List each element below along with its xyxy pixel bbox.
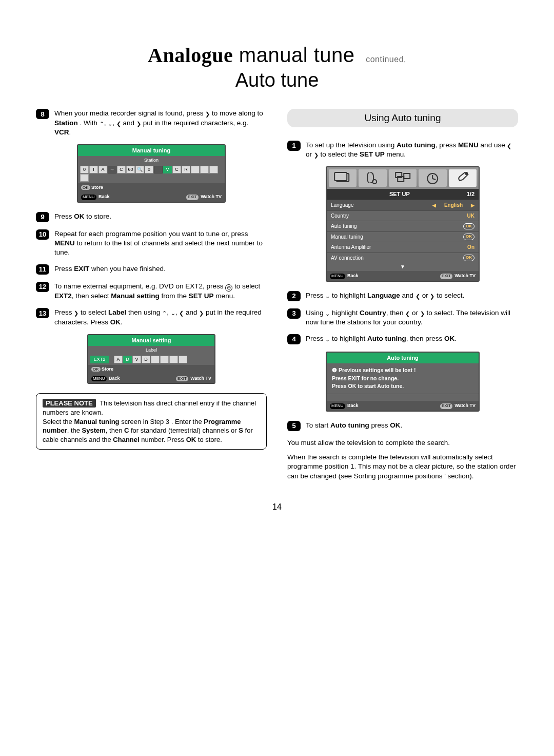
- osd-title: Manual tuning: [78, 145, 225, 156]
- setup-value: UK: [467, 212, 474, 220]
- osd-cell: V: [163, 166, 172, 173]
- osd-ext-cell: EXT2: [90, 356, 109, 363]
- left-arrow-icon: ❮: [116, 121, 121, 127]
- setup-row: Antenna AmplifierOn: [327, 242, 479, 253]
- title-line2: Auto tune: [36, 67, 518, 93]
- step-number: 5: [287, 421, 301, 431]
- osd-cell: 0: [145, 166, 153, 173]
- setup-row: Manual tuningOK: [327, 231, 479, 242]
- setup-label: Country: [331, 212, 349, 220]
- step-8: 8 When your media recorder signal is fou…: [36, 109, 267, 137]
- setup-icon: [449, 169, 477, 187]
- setup-value: ◀ English ▶: [432, 202, 474, 209]
- note-badge: PLEASE NOTE: [43, 399, 96, 408]
- step-10: 10 Repeat for each programme position yo…: [36, 229, 267, 258]
- setup-label: Manual tuning: [331, 234, 363, 241]
- down-arrow-icon: ⌄: [325, 294, 330, 299]
- step-12: 12 To name external equipment, e.g. DVD …: [36, 282, 267, 301]
- step-number: 10: [36, 229, 49, 240]
- title-rest: manual tune: [233, 44, 354, 66]
- step-r4: 4 Press ⌄ to highlight Auto tuning, then…: [287, 334, 518, 344]
- setup-row: AV connectionOK: [327, 253, 479, 263]
- paragraph: You must allow the television to complet…: [287, 438, 518, 448]
- osd-iconbar: [327, 167, 479, 189]
- osd-cell: [200, 166, 209, 173]
- step-11: 11 Press EXIT when you have finished.: [36, 264, 267, 275]
- osd-cell: C: [172, 166, 181, 173]
- osd-setup: . SET UP 1/2 Language◀ English ▶CountryU…: [326, 166, 480, 281]
- svg-rect-1: [334, 172, 347, 181]
- page-number: 14: [36, 501, 518, 513]
- setup-value: OK: [463, 234, 474, 240]
- osd-cell: 0: [80, 166, 89, 173]
- right-column: Using Auto tuning 1 To set up the televi…: [287, 109, 518, 486]
- setup-label: Auto tuning: [331, 223, 357, 230]
- left-arrow-icon: ❮: [507, 143, 511, 149]
- step-9: 9 Press OK to store.: [36, 212, 267, 222]
- step-number: 1: [287, 141, 301, 151]
- osd-cell: C: [117, 166, 126, 173]
- sound-icon: [359, 169, 386, 187]
- timer-icon: [419, 169, 446, 187]
- svg-rect-5: [404, 173, 410, 179]
- step-number: 9: [36, 212, 49, 222]
- step-r3: 3 Using ⌄ highlight Country, then ❮ or ❯…: [287, 308, 518, 327]
- osd-cell: [191, 166, 200, 173]
- picture-icon: [329, 169, 357, 187]
- osd-footer: MENU Back EXIT Watch TV: [78, 192, 225, 202]
- osd-cell: 60: [126, 166, 135, 173]
- right-arrow-icon: ❯: [136, 121, 141, 127]
- setup-header: . SET UP 1/2: [327, 189, 479, 200]
- please-note-box: PLEASE NOTE This television has direct c…: [36, 393, 267, 450]
- osd-cell: I: [89, 166, 98, 173]
- down-arrow-icon: ⌄: [108, 121, 112, 127]
- setup-label: Language: [331, 202, 354, 209]
- setup-row: Language◀ English ▶: [327, 200, 479, 210]
- right-arrow-icon: ❯: [314, 152, 319, 158]
- step-number: 11: [36, 264, 49, 275]
- setup-label: AV connection: [331, 255, 364, 262]
- svg-point-7: [465, 172, 468, 175]
- step-r2: 2 Press ⌄ to highlight Language and ❮ or…: [287, 291, 518, 301]
- paragraph: When the search is complete the televisi…: [287, 453, 518, 481]
- setup-row: CountryUK: [327, 210, 479, 221]
- osd-cell: →: [108, 166, 116, 173]
- right-arrow-icon: ❯: [205, 111, 210, 117]
- step-number: 3: [287, 308, 301, 319]
- feature-icon: [389, 169, 417, 187]
- setup-label: Antenna Amplifier: [331, 244, 371, 251]
- step-number: 12: [36, 282, 49, 292]
- step-number: 4: [287, 334, 301, 344]
- page-title: Analogue manual tune continued, Auto tun…: [36, 41, 518, 93]
- osd-cells: 0 I A → C 60 🔍 0 V C R: [78, 164, 225, 183]
- step-13: 13 Press ❯ to select Label then using ⌃,…: [36, 308, 267, 326]
- step-r5: 5 To start Auto tuning press OK.: [287, 421, 518, 431]
- up-arrow-icon: ⌃: [100, 121, 104, 127]
- osd-manual-setting: Manual setting Label EXT2 A D V D OK Sto: [87, 334, 215, 384]
- step-number: 13: [36, 308, 49, 318]
- osd-manual-tuning: Manual tuning Station 0 I A → C 60 🔍 0 V…: [77, 144, 226, 203]
- left-column: 8 When your media recorder signal is fou…: [36, 109, 267, 486]
- osd-cell: 🔍: [135, 166, 144, 173]
- osd-cell: [209, 166, 218, 173]
- step-number: 8: [36, 109, 49, 119]
- step-body: When your media recorder signal is found…: [54, 109, 267, 137]
- input-select-icon: ⊖: [225, 284, 232, 292]
- setup-value: On: [467, 244, 474, 251]
- osd-cell: R: [182, 166, 190, 173]
- setup-row: Auto tuningOK: [327, 221, 479, 231]
- osd-cell: [80, 174, 89, 182]
- step-number: 2: [287, 291, 301, 301]
- step-r1: 1 To set up the television using Auto tu…: [287, 141, 518, 159]
- osd-cell: A: [98, 166, 107, 173]
- title-strong: Analogue: [148, 44, 233, 67]
- osd-cell: [154, 166, 163, 173]
- setup-value: OK: [463, 223, 474, 230]
- setup-value: OK: [463, 255, 474, 261]
- right-arrow-icon: ❯: [74, 311, 78, 316]
- title-continued: continued,: [366, 55, 406, 64]
- section-header: Using Auto tuning: [287, 109, 518, 127]
- osd-subtitle: Station: [78, 156, 225, 164]
- osd-auto-tuning: Auto tuning ❶ Previous settings will be …: [326, 352, 480, 412]
